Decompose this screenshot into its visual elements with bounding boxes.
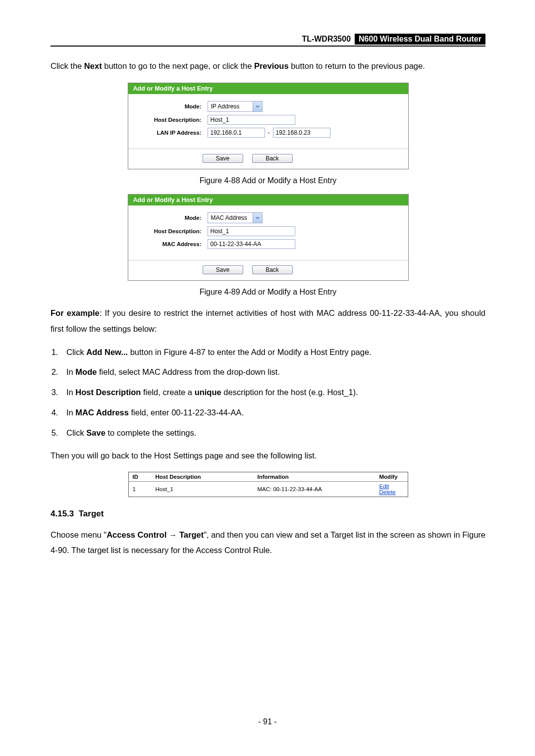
bold-text: MAC Address xyxy=(75,408,129,417)
save-button[interactable]: Save xyxy=(203,154,243,163)
text: In xyxy=(66,367,75,376)
steps-list: Click Add New... button in Figure 4-87 t… xyxy=(51,345,485,440)
model-number: TL-WDR3500 xyxy=(302,35,355,44)
list-item: Click Add New... button in Figure 4-87 t… xyxy=(60,345,485,359)
bold-text: unique xyxy=(195,388,221,397)
bold-text: Add New... xyxy=(86,348,128,356)
delete-link[interactable]: Delete xyxy=(379,489,396,495)
bold-text: Target xyxy=(179,530,204,539)
text: field, create a xyxy=(141,388,194,397)
col-modify: Modify xyxy=(375,472,408,482)
cell-host-description: Host_1 xyxy=(152,482,254,497)
input-value: Host_1 xyxy=(211,116,229,123)
text: to complete the settings. xyxy=(106,428,196,437)
button-label: Save xyxy=(216,155,229,162)
then-paragraph: Then you will go back to the Host Settin… xyxy=(51,448,485,463)
text: Click xyxy=(66,428,86,437)
range-dash: - xyxy=(265,129,273,136)
button-label: Back xyxy=(266,266,279,273)
text: Click xyxy=(66,348,86,356)
input-value: 192.168.0.1 xyxy=(211,129,242,136)
text: : If you desire to restrict the internet… xyxy=(51,308,485,333)
host-description-input[interactable]: Host_1 xyxy=(208,115,295,125)
ip-to-input[interactable]: 192.168.0.23 xyxy=(273,128,330,138)
lan-ip-label: LAN IP Address: xyxy=(133,130,208,136)
text: field, enter 00-11-22-33-44-AA. xyxy=(129,408,244,417)
mac-address-label: MAC Address: xyxy=(133,241,208,247)
figure-panel-mac: Add or Modify a Host Entry Mode: MAC Add… xyxy=(128,194,409,281)
figure-panel-ip: Add or Modify a Host Entry Mode: IP Addr… xyxy=(128,83,409,169)
bold-text: Mode xyxy=(75,367,97,376)
bold-text: Previous xyxy=(254,61,289,70)
target-paragraph: Choose menu "Access Control → Target", a… xyxy=(51,527,485,558)
host-settings-table: ID Host Description Information Modify 1… xyxy=(128,472,408,497)
text: Choose menu " xyxy=(51,530,107,539)
bold-text: Host Description xyxy=(75,388,141,397)
input-value: 00-11-22-33-44-AA xyxy=(211,241,262,248)
edit-link[interactable]: Edit xyxy=(379,483,389,489)
chevron-down-icon xyxy=(253,101,262,111)
text: button to return to the previous page. xyxy=(289,61,425,70)
table-row: 1 Host_1 MAC: 00-11-22-33-44-AA Edit Del… xyxy=(128,482,408,497)
bold-text: Save xyxy=(86,428,106,437)
panel-title: Add or Modify a Host Entry xyxy=(128,83,408,94)
col-host-description: Host Description xyxy=(152,472,254,482)
cell-modify: Edit Delete xyxy=(375,482,408,497)
page-number: - 91 - xyxy=(0,717,535,726)
mode-select[interactable]: MAC Address xyxy=(208,212,263,223)
figure-caption: Figure 4-89 Add or Modify a Host Entry xyxy=(51,288,485,297)
example-paragraph: For example: If you desire to restrict t… xyxy=(51,305,485,337)
save-button[interactable]: Save xyxy=(203,265,243,274)
mode-select[interactable]: IP Address xyxy=(208,101,263,112)
back-button[interactable]: Back xyxy=(252,154,293,163)
panel-title: Add or Modify a Host Entry xyxy=(128,195,408,205)
page-header: TL-WDR3500 N600 Wireless Dual Band Route… xyxy=(51,34,485,47)
col-information: Information xyxy=(254,472,375,482)
mode-select-value: IP Address xyxy=(208,103,253,110)
host-description-label: Host Description: xyxy=(133,228,208,234)
ip-from-input[interactable]: 192.168.0.1 xyxy=(208,128,265,138)
mode-label: Mode: xyxy=(133,215,208,221)
input-value: Host_1 xyxy=(211,228,229,235)
text: button to go to the next page, or click … xyxy=(102,61,254,70)
mac-address-input[interactable]: 00-11-22-33-44-AA xyxy=(208,239,295,249)
bold-text: Next xyxy=(84,61,102,70)
button-label: Back xyxy=(266,155,279,162)
text: button in Figure 4-87 to enter the Add o… xyxy=(128,348,372,356)
host-description-input[interactable]: Host_1 xyxy=(208,226,295,236)
list-item: In MAC Address field, enter 00-11-22-33-… xyxy=(60,405,485,420)
bold-text: Access Control xyxy=(107,530,166,539)
text: In xyxy=(66,388,75,397)
input-value: 192.168.0.23 xyxy=(276,129,311,136)
cell-information: MAC: 00-11-22-33-44-AA xyxy=(254,482,375,497)
text: In xyxy=(66,408,75,417)
figure-caption: Figure 4-88 Add or Modify a Host Entry xyxy=(51,176,485,185)
arrow-icon: → xyxy=(166,530,179,539)
host-description-label: Host Description: xyxy=(133,117,208,123)
mode-select-value: MAC Address xyxy=(208,214,253,221)
list-item: In Host Description field, create a uniq… xyxy=(60,385,485,400)
text: description for the host (e.g. Host_1). xyxy=(221,388,358,397)
section-heading: 4.15.3 Target xyxy=(51,509,485,519)
back-button[interactable]: Back xyxy=(252,265,293,274)
mode-label: Mode: xyxy=(133,103,208,109)
text: field, select MAC Address from the drop-… xyxy=(97,367,280,376)
product-name-badge: N600 Wireless Dual Band Router xyxy=(355,34,485,45)
bold-text: For example xyxy=(51,308,100,317)
section-number: 4.15.3 xyxy=(51,509,74,518)
chevron-down-icon xyxy=(253,213,262,223)
button-label: Save xyxy=(216,266,229,273)
text: Click the xyxy=(51,61,84,70)
col-id: ID xyxy=(128,472,152,482)
cell-id: 1 xyxy=(128,482,152,497)
list-item: In Mode field, select MAC Address from t… xyxy=(60,365,485,379)
section-title: Target xyxy=(79,509,104,518)
intro-paragraph: Click the Next button to go to the next … xyxy=(51,58,485,74)
list-item: Click Save to complete the settings. xyxy=(60,426,485,440)
